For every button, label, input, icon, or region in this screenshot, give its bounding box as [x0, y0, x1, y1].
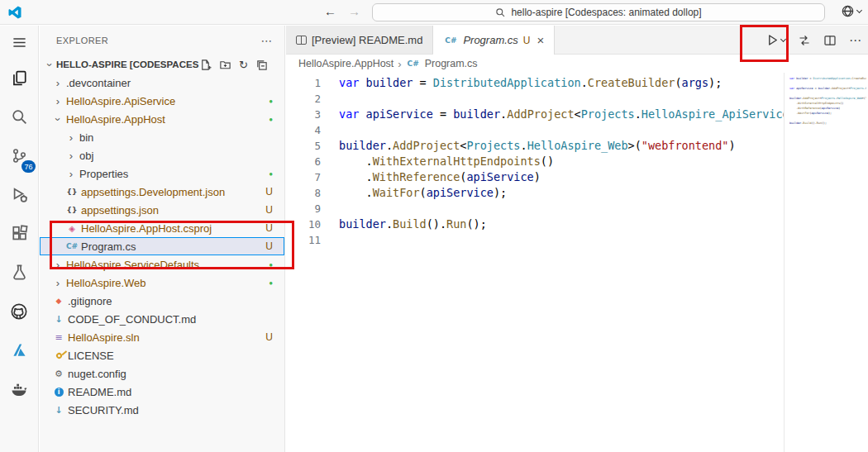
chevron-right-icon[interactable]: › [64, 131, 78, 144]
tree-item-helloaspire-apiservice[interactable]: ›HelloAspire.ApiService● [40, 92, 284, 110]
chevron-right-icon[interactable]: › [51, 277, 64, 289]
line-number[interactable]: 2 [286, 91, 321, 107]
code-line-10[interactable]: 10builder.Build().Run(); [286, 216, 868, 232]
codespaces-remote-indicator[interactable] [841, 4, 861, 18]
remote-globe-icon [841, 4, 855, 18]
git-modified-badge: U [265, 331, 273, 343]
code-line-6[interactable]: 6 .WithExternalHttpEndpoints() [286, 154, 868, 169]
chevron-down-icon [856, 7, 862, 13]
github-icon[interactable] [0, 292, 39, 331]
sln-file-icon: ≡ [51, 332, 66, 343]
minimap-line: var builder = DistributedApplication.Cre… [789, 76, 866, 81]
source-control-icon[interactable]: 76 [0, 136, 39, 175]
code-text: .WithReference(apiService) [321, 169, 541, 185]
testing-icon[interactable] [0, 253, 39, 292]
tree-item-helloaspire-sln[interactable]: ≡HelloAspire.slnU [40, 328, 284, 346]
code-line-1[interactable]: 1var builder = DistributedApplication.Cr… [286, 75, 868, 91]
json-file-icon: {} [64, 206, 79, 214]
tree-item-nuget-config[interactable]: ⚙nuget.config [40, 364, 284, 383]
code-line-5[interactable]: 5builder.AddProject<Projects.HelloAspire… [286, 138, 868, 154]
tree-item-license[interactable]: LICENSE [40, 346, 284, 364]
tree-item-appsettings-json[interactable]: {}appsettings.jsonU [40, 201, 284, 219]
search-view-icon[interactable] [0, 98, 39, 136]
tree-item-code-of-conduct-md[interactable]: ↓CODE_OF_CONDUCT.md [40, 310, 284, 328]
minimap-line: var apiService = builder.AddProject<Proj… [789, 86, 866, 91]
code-line-2[interactable]: 2 [286, 91, 868, 107]
activity-bar: 76 [0, 26, 39, 452]
code-line-8[interactable]: 8 .WaitFor(apiService); [286, 185, 868, 201]
explorer-more-actions-icon[interactable]: ⋯ [261, 34, 273, 47]
more-actions-icon[interactable]: ⋯ [849, 33, 861, 48]
command-center-search[interactable]: hello-aspire [Codespaces: animated dollo… [372, 3, 825, 21]
code-editor[interactable]: 1var builder = DistributedApplication.Cr… [286, 73, 868, 452]
chevron-right-icon[interactable]: › [51, 95, 64, 107]
line-number[interactable]: 9 [286, 201, 321, 216]
chevron-down-icon[interactable]: › [52, 112, 64, 126]
line-number[interactable]: 1 [286, 75, 321, 91]
azure-icon[interactable] [0, 331, 39, 369]
menu-button[interactable] [0, 26, 39, 59]
key-file-icon [51, 353, 66, 359]
breadcrumb-item[interactable]: Program.cs [425, 58, 478, 69]
tree-item-properties[interactable]: ›Properties● [40, 164, 284, 183]
line-number[interactable]: 7 [286, 169, 321, 185]
tab-program-cs[interactable]: C# Program.cs U × [433, 26, 555, 55]
extensions-icon[interactable] [0, 214, 39, 253]
chevron-right-icon[interactable]: › [64, 168, 78, 180]
run-dropdown-icon[interactable] [780, 36, 786, 42]
file-tree: ›.devcontainer›HelloAspire.ApiService●›H… [40, 74, 284, 419]
refresh-icon[interactable]: ↻ [239, 59, 248, 70]
code-text: builder.Build().Run(); [321, 216, 487, 232]
git-file-icon: ◆ [51, 297, 66, 305]
tab-preview-readme[interactable]: [Preview] README.md [286, 26, 433, 54]
breadcrumb-item[interactable]: HelloAspire.AppHost [298, 58, 393, 69]
collapse-all-icon[interactable] [255, 59, 268, 71]
tree-item-security-md[interactable]: ↓SECURITY.md [40, 401, 284, 419]
line-number[interactable]: 4 [286, 122, 321, 138]
tree-item-helloaspire-apphost[interactable]: ›HelloAspire.AppHost● [40, 110, 284, 128]
docker-icon[interactable] [0, 369, 39, 408]
git-modified-badge: U [265, 240, 273, 252]
code-line-3[interactable]: 3var apiService = builder.AddProject<Pro… [286, 107, 868, 122]
tree-item-bin[interactable]: ›bin [40, 128, 284, 146]
line-number[interactable]: 5 [286, 138, 321, 154]
tree-root-folder[interactable]: › HELLO-ASPIRE [CODESPACES: A... ↻ [40, 55, 284, 74]
code-line-11[interactable]: 11 [286, 232, 868, 248]
run-and-debug-icon[interactable] [0, 175, 39, 214]
code-line-4[interactable]: 4 [286, 122, 868, 138]
new-folder-icon[interactable] [219, 59, 231, 71]
code-line-7[interactable]: 7 .WithReference(apiService) [286, 169, 868, 185]
tree-item-obj[interactable]: ›obj [40, 146, 284, 164]
tree-item-helloaspire-web[interactable]: ›HelloAspire.Web● [40, 274, 284, 292]
tree-item-helloaspire-servicedefaults[interactable]: ›HelloAspire.ServiceDefaults● [40, 255, 284, 274]
split-editor-icon[interactable] [823, 34, 837, 47]
tree-item-helloaspire-apphost-csproj[interactable]: ◈HelloAspire.AppHost.csprojU [40, 219, 284, 237]
close-icon[interactable]: × [537, 33, 545, 47]
chevron-right-icon[interactable]: › [51, 259, 64, 271]
tree-item--gitignore[interactable]: ◆.gitignore [40, 292, 284, 310]
tree-item-program-cs[interactable]: C#Program.csU [40, 237, 284, 255]
tree-item--devcontainer[interactable]: ›.devcontainer [40, 74, 284, 92]
tree-item-appsettings-development-json[interactable]: {}appsettings.Development.jsonU [40, 183, 284, 201]
minimap[interactable]: var builder = DistributedApplication.Cre… [784, 73, 868, 452]
back-arrow-icon[interactable]: ← [324, 4, 336, 18]
forward-arrow-icon[interactable]: → [348, 4, 360, 18]
tree-item-label: .gitignore [68, 295, 112, 307]
line-number[interactable]: 6 [286, 154, 321, 169]
tree-item-readme-md[interactable]: iREADME.md [40, 383, 284, 401]
code-line-9[interactable]: 9 [286, 201, 868, 216]
line-number[interactable]: 8 [286, 185, 321, 201]
new-file-icon[interactable] [199, 59, 212, 71]
tree-item-label: obj [79, 150, 93, 162]
open-changes-icon[interactable] [798, 34, 811, 47]
gear-file-icon: ⚙ [51, 369, 66, 379]
chevron-right-icon[interactable]: › [64, 150, 78, 162]
chevron-right-icon[interactable]: › [51, 77, 64, 89]
line-number[interactable]: 3 [286, 107, 321, 122]
line-number[interactable]: 10 [286, 216, 321, 232]
line-number[interactable]: 11 [286, 232, 321, 248]
explorer-icon[interactable] [0, 59, 39, 98]
run-button[interactable] [765, 33, 785, 47]
git-modified-badge: U [265, 186, 273, 197]
git-status-dot: ● [269, 261, 273, 269]
